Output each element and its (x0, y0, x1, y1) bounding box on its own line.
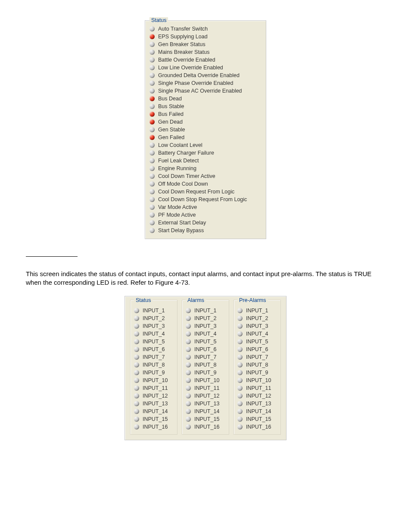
input-item-label: INPUT_3 (143, 323, 165, 329)
status-item-label: Gen Breaker Status (158, 41, 206, 47)
input-item-label: INPUT_12 (143, 393, 168, 399)
input-led-icon (186, 308, 191, 313)
status-item-label: Bus Failed (158, 111, 184, 117)
input-led-icon (237, 409, 243, 414)
input-led-icon (237, 316, 243, 321)
input-led-icon (186, 324, 191, 329)
input-item: INPUT_4 (237, 330, 277, 338)
input-item-label: INPUT_16 (194, 424, 219, 430)
input-item-label: INPUT_10 (246, 377, 271, 383)
status-item-label: Gen Dead (158, 119, 183, 125)
status-led-icon (149, 212, 155, 218)
input-item-label: INPUT_16 (246, 424, 271, 430)
input-led-icon (134, 393, 139, 398)
input-item-label: INPUT_13 (194, 401, 219, 407)
input-led-icon (134, 347, 139, 352)
input-led-icon (134, 424, 139, 429)
input-item: INPUT_10 (186, 376, 225, 384)
status-item: Cool Down Stop Request From Logic (149, 196, 262, 203)
input-led-icon (186, 362, 191, 367)
input-led-icon (186, 401, 191, 406)
input-led-icon (186, 339, 191, 344)
status-led-icon (149, 174, 155, 179)
status-item: Start Delay Bypass (149, 227, 262, 234)
status-led-icon (149, 57, 155, 62)
status-item: Gen Stable (149, 126, 262, 134)
inputs-group-legend: Alarms (186, 297, 206, 303)
input-led-icon (134, 362, 139, 367)
input-item-label: INPUT_12 (194, 393, 219, 399)
input-item: INPUT_2 (237, 314, 277, 322)
status-panel: Status Auto Transfer SwitchEPS Supplying… (145, 17, 266, 239)
input-led-icon (134, 409, 139, 414)
input-led-icon (134, 386, 139, 391)
input-item-label: INPUT_3 (246, 323, 268, 329)
input-item-label: INPUT_15 (194, 416, 219, 422)
input-item-label: INPUT_5 (194, 339, 216, 345)
input-led-icon (237, 339, 243, 344)
status-led-icon (149, 73, 155, 78)
input-led-icon (134, 324, 139, 329)
input-item: INPUT_8 (134, 361, 174, 369)
status-item: Fuel Leak Detect (149, 157, 262, 165)
input-item-label: INPUT_5 (143, 339, 165, 345)
input-item: INPUT_1 (186, 307, 225, 314)
input-item: INPUT_15 (237, 415, 277, 423)
input-led-icon (237, 308, 243, 313)
inputs-group: Pre-AlarmsINPUT_1INPUT_2INPUT_3INPUT_4IN… (234, 297, 281, 435)
input-item: INPUT_3 (134, 322, 174, 330)
input-item-label: INPUT_9 (246, 370, 268, 376)
input-led-icon (186, 331, 191, 336)
input-led-icon (237, 324, 243, 329)
input-led-icon (237, 362, 243, 367)
status-item: Low Coolant Level (149, 141, 262, 149)
section-divider (26, 256, 78, 257)
input-led-icon (186, 316, 191, 321)
status-item: Bus Failed (149, 110, 262, 118)
input-led-icon (186, 386, 191, 391)
input-led-icon (134, 378, 139, 383)
inputs-panel: StatusINPUT_1INPUT_2INPUT_3INPUT_4INPUT_… (125, 296, 286, 440)
input-led-icon (134, 355, 139, 360)
status-panel-legend: Status (149, 17, 168, 23)
input-item: INPUT_4 (186, 330, 225, 338)
inputs-group-legend: Pre-Alarms (237, 297, 268, 303)
input-item: INPUT_16 (186, 423, 225, 431)
input-led-icon (186, 409, 191, 414)
input-item: INPUT_9 (134, 369, 174, 376)
status-item-label: Var Mode Active (158, 204, 197, 210)
status-led-icon (149, 81, 155, 86)
status-item: Bus Dead (149, 95, 262, 103)
input-item-label: INPUT_8 (143, 362, 165, 368)
status-led-icon (149, 127, 155, 132)
input-item: INPUT_6 (186, 345, 225, 353)
status-led-icon (149, 158, 155, 163)
input-item-label: INPUT_1 (194, 308, 216, 314)
status-led-icon (149, 166, 155, 171)
input-item-label: INPUT_4 (143, 331, 165, 337)
input-item-label: INPUT_8 (194, 362, 216, 368)
input-item: INPUT_8 (186, 361, 225, 369)
input-item: INPUT_4 (134, 330, 174, 338)
input-item: INPUT_3 (237, 322, 277, 330)
input-led-icon (134, 308, 139, 313)
inputs-group: AlarmsINPUT_1INPUT_2INPUT_3INPUT_4INPUT_… (182, 297, 229, 435)
status-item: External Start Delay (149, 219, 262, 227)
input-led-icon (237, 393, 243, 398)
status-led-icon (149, 88, 155, 93)
status-led-icon (149, 189, 155, 194)
input-item-label: INPUT_11 (194, 385, 219, 391)
status-item: Gen Breaker Status (149, 40, 262, 48)
inputs-group: StatusINPUT_1INPUT_2INPUT_3INPUT_4INPUT_… (130, 297, 177, 435)
status-item-label: Auto Transfer Switch (158, 26, 208, 32)
input-item-label: INPUT_12 (246, 393, 271, 399)
status-item-label: Battery Charger Failure (158, 150, 214, 156)
input-item-label: INPUT_13 (246, 401, 271, 407)
input-item: INPUT_5 (186, 338, 225, 345)
inputs-group-legend: Status (134, 297, 153, 303)
input-led-icon (134, 316, 139, 321)
status-item-label: Engine Running (158, 165, 196, 171)
input-item-label: INPUT_6 (143, 346, 165, 352)
status-led-icon (149, 42, 155, 47)
input-item: INPUT_2 (186, 314, 225, 322)
